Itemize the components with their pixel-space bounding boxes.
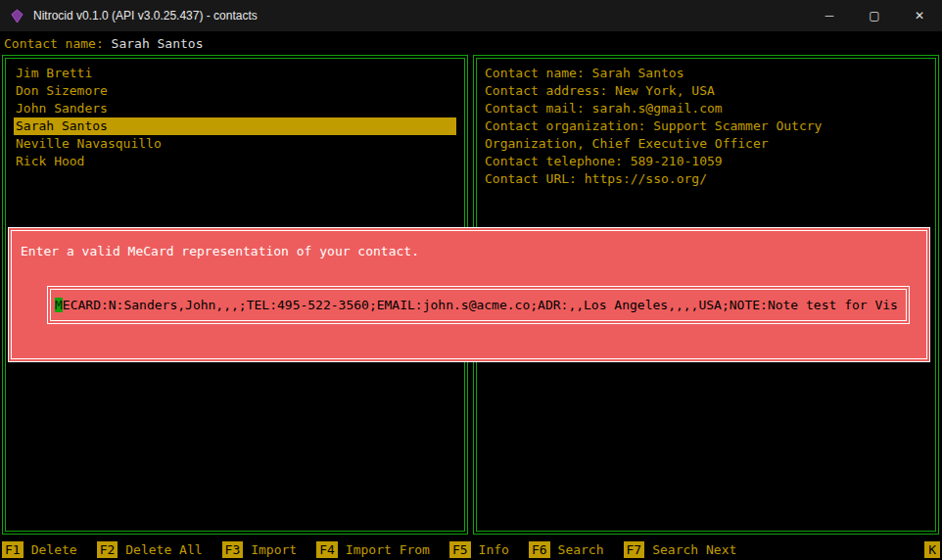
keybinding-key[interactable]: F7 xyxy=(624,541,645,558)
keybinding-label: Search Next xyxy=(652,542,736,557)
window-controls: ─ ▢ ✕ xyxy=(807,0,942,31)
minimize-button[interactable]: ─ xyxy=(807,0,852,31)
keybinding-import-from[interactable]: F4Import From xyxy=(316,541,430,558)
text-cursor: M xyxy=(55,298,63,312)
contact-name-header-label: Contact name: xyxy=(4,36,104,51)
keybinding-label: Import xyxy=(251,542,297,557)
keybinding-key[interactable]: F2 xyxy=(97,541,118,558)
nitrocid-logo-icon xyxy=(10,9,24,23)
window-title: Nitrocid v0.1.0 (API v3.0.25.437) - cont… xyxy=(33,9,258,23)
contact-list-item[interactable]: Rick Hood xyxy=(14,153,456,170)
keybinding-label: Search xyxy=(558,542,604,557)
keybinding-label: Delete xyxy=(31,542,77,557)
maximize-button[interactable]: ▢ xyxy=(852,0,897,31)
keybinding-search[interactable]: F6Search xyxy=(529,541,604,558)
contact-list-item[interactable]: Don Sizemore xyxy=(14,82,456,100)
keybinding-key[interactable]: F5 xyxy=(449,541,471,558)
keybinding-label: Info xyxy=(479,542,509,557)
contact-detail-line: Contact name: Sarah Santos xyxy=(485,65,927,82)
contact-detail-line: Contact telephone: 589-210-1059 xyxy=(485,153,927,170)
contact-detail-line: Contact mail: sarah.s@gmail.com xyxy=(485,100,927,117)
contact-name-header: Contact name: Sarah Santos xyxy=(0,31,942,55)
keybinding-key[interactable]: F6 xyxy=(529,541,550,558)
mecard-input[interactable]: MECARD:N:Sanders,John,,,;TEL:495-522-356… xyxy=(47,286,910,324)
keybinding-label: Delete All xyxy=(125,542,202,557)
contact-detail-line: Contact URL: https://sso.org/ xyxy=(485,170,927,188)
mecard-input-text: MECARD:N:Sanders,John,,,;TEL:495-522-356… xyxy=(55,298,898,312)
contact-list-item[interactable]: Jim Bretti xyxy=(14,65,456,82)
contact-name-header-value: Sarah Santos xyxy=(112,36,204,51)
contact-list-item[interactable]: Sarah Santos xyxy=(14,117,456,135)
mecard-dialog: Enter a valid MeCard representation of y… xyxy=(8,227,930,362)
keybinding-import[interactable]: F3Import xyxy=(222,541,298,558)
keybinding-info[interactable]: F5Info xyxy=(449,541,509,558)
contact-detail-line: Contact organization: Support Scammer Ou… xyxy=(485,117,927,153)
keybinding-search-next[interactable]: F7Search Next xyxy=(624,541,737,558)
keybinding-delete[interactable]: F1Delete xyxy=(2,541,77,558)
keybinding-key[interactable]: F3 xyxy=(222,541,244,558)
titlebar[interactable]: Nitrocid v0.1.0 (API v3.0.25.437) - cont… xyxy=(0,0,942,31)
mecard-dialog-prompt: Enter a valid MeCard representation of y… xyxy=(21,244,419,258)
contact-list-item[interactable]: John Sanders xyxy=(14,100,456,117)
contact-detail-line: Contact address: New York, USA xyxy=(485,82,927,100)
keybindings-bar: F1DeleteF2Delete AllF3ImportF4Import Fro… xyxy=(0,539,942,560)
keybinding-key[interactable]: F1 xyxy=(2,541,24,558)
show-keybindings-key[interactable]: K xyxy=(924,541,940,558)
keybinding-label: Import From xyxy=(346,542,430,557)
contact-list-item[interactable]: Neville Navasquillo xyxy=(14,135,456,153)
keybinding-delete-all[interactable]: F2Delete All xyxy=(97,541,203,558)
keybinding-key[interactable]: F4 xyxy=(316,541,338,558)
close-button[interactable]: ✕ xyxy=(897,0,942,31)
